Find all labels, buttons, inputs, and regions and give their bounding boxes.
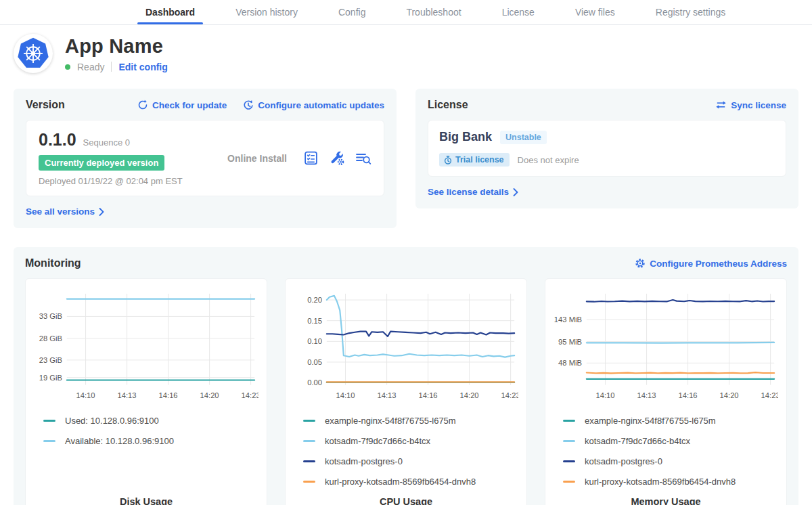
see-all-versions-link[interactable]: See all versions xyxy=(26,206,104,217)
legend-swatch xyxy=(303,420,315,422)
wrench-gear-icon xyxy=(329,150,345,166)
memory-usage-title: Memory Usage xyxy=(554,487,778,505)
svg-text:14:23: 14:23 xyxy=(242,391,258,399)
check-for-update-button[interactable]: Check for update xyxy=(137,100,227,110)
sync-icon xyxy=(715,100,727,110)
svg-text:23 GiB: 23 GiB xyxy=(39,356,62,364)
kubernetes-icon xyxy=(16,36,51,71)
license-panel: License Sync license Big Bank Unstable xyxy=(415,89,798,208)
legend-label: kotsadm-7f9dc7d66c-b4tcx xyxy=(325,436,430,446)
svg-text:14:10: 14:10 xyxy=(336,391,355,399)
sequence-label: Sequence 0 xyxy=(83,137,130,148)
svg-text:19 GiB: 19 GiB xyxy=(39,374,62,382)
legend-label: Used: 10.128.0.96:9100 xyxy=(65,416,159,426)
legend-item: kotsadm-7f9dc7d66c-b4tcx xyxy=(303,436,518,446)
tab-dashboard[interactable]: Dashboard xyxy=(125,0,215,24)
see-license-details-link[interactable]: See license details xyxy=(428,187,518,197)
svg-text:0.00: 0.00 xyxy=(307,378,322,387)
preflight-checks-button[interactable] xyxy=(303,150,319,166)
legend-item: Used: 10.128.0.96:9100 xyxy=(43,416,258,426)
configure-prometheus-button[interactable]: Configure Prometheus Address xyxy=(635,258,787,269)
monitoring-panel: Monitoring Configure Prometheus Address … xyxy=(14,247,798,505)
edit-config-link[interactable]: Edit config xyxy=(118,62,167,72)
license-details-card: Big Bank Unstable Trial license Does not… xyxy=(428,120,786,177)
legend-item: example-nginx-54f8f76755-l675m xyxy=(303,416,518,426)
logs-search-icon xyxy=(355,151,371,166)
legend-label: Available: 10.128.0.96:9100 xyxy=(65,436,174,446)
legend-swatch xyxy=(303,440,315,442)
legend-item: example-nginx-54f8f76755-l675m xyxy=(563,416,778,426)
svg-text:14:23: 14:23 xyxy=(501,391,518,399)
app-header: App Name Ready Edit config xyxy=(14,34,798,73)
tab-version-history[interactable]: Version history xyxy=(215,0,318,24)
status-text: Ready xyxy=(77,62,104,72)
license-type-badge: Trial license xyxy=(439,153,510,167)
version-heading: Version xyxy=(26,99,65,111)
legend-item: kotsadm-7f9dc7d66c-b4tcx xyxy=(563,436,778,446)
disk-usage-title: Disk Usage xyxy=(34,487,258,505)
svg-text:14:16: 14:16 xyxy=(679,391,698,399)
cpu-usage-card: 14:1014:1314:1614:2014:230.000.050.100.1… xyxy=(285,278,527,505)
customer-name: Big Bank xyxy=(439,130,492,144)
legend-item: Available: 10.128.0.96:9100 xyxy=(43,436,258,446)
svg-text:14:13: 14:13 xyxy=(378,391,397,399)
cpu-usage-title: CPU Usage xyxy=(294,487,518,505)
status-dot xyxy=(65,64,70,70)
svg-text:48 MiB: 48 MiB xyxy=(558,359,582,367)
monitoring-heading: Monitoring xyxy=(25,257,81,269)
svg-text:0.20: 0.20 xyxy=(307,296,322,304)
svg-text:0.10: 0.10 xyxy=(307,337,322,345)
configure-automatic-updates-button[interactable]: Configure automatic updates xyxy=(243,100,384,110)
svg-text:14:23: 14:23 xyxy=(761,391,778,399)
chevron-right-icon xyxy=(99,208,104,216)
deployed-badge: Currently deployed version xyxy=(39,155,164,171)
legend-swatch xyxy=(303,460,315,462)
schedule-icon xyxy=(243,100,254,110)
refresh-icon xyxy=(137,100,148,110)
legend-swatch xyxy=(563,481,575,483)
tab-config[interactable]: Config xyxy=(318,0,386,24)
svg-text:14:20: 14:20 xyxy=(720,391,739,399)
channel-badge: Unstable xyxy=(500,131,547,144)
legend-swatch xyxy=(563,440,575,442)
legend-label: example-nginx-54f8f76755-l675m xyxy=(325,416,456,426)
gear-icon xyxy=(635,258,646,269)
legend-item: kurl-proxy-kotsadm-8569fb6454-dnvh8 xyxy=(563,477,778,487)
tab-troubleshoot[interactable]: Troubleshoot xyxy=(386,0,481,24)
tab-license[interactable]: License xyxy=(482,0,555,24)
svg-text:14:20: 14:20 xyxy=(200,391,219,399)
view-logs-button[interactable] xyxy=(355,151,371,166)
sync-license-button[interactable]: Sync license xyxy=(715,100,786,110)
disk-usage-legend: Used: 10.128.0.96:9100Available: 10.128.… xyxy=(43,416,258,446)
legend-swatch xyxy=(303,481,315,483)
license-heading: License xyxy=(428,99,468,111)
memory-usage-chart: 14:1014:1314:1614:2014:2348 MiB95 MiB143… xyxy=(554,287,778,406)
svg-text:14:20: 14:20 xyxy=(460,391,479,399)
tab-view-files[interactable]: View files xyxy=(555,0,635,24)
edit-config-button[interactable] xyxy=(329,150,345,166)
svg-text:95 MiB: 95 MiB xyxy=(558,338,582,346)
chevron-right-icon xyxy=(513,188,518,196)
preflight-checklist-icon xyxy=(303,150,319,166)
legend-swatch xyxy=(563,420,575,422)
legend-item: kotsadm-postgres-0 xyxy=(563,456,778,466)
legend-label: kotsadm-7f9dc7d66c-b4tcx xyxy=(585,436,690,446)
legend-item: kotsadm-postgres-0 xyxy=(303,456,518,466)
tab-registry-settings[interactable]: Registry settings xyxy=(635,0,746,24)
legend-label: kurl-proxy-kotsadm-8569fb6454-dnvh8 xyxy=(585,477,736,487)
svg-text:14:16: 14:16 xyxy=(419,391,438,399)
disk-usage-card: 14:1014:1314:1614:2014:2319 GiB23 GiB28 … xyxy=(25,278,267,505)
legend-label: kurl-proxy-kotsadm-8569fb6454-dnvh8 xyxy=(325,477,476,487)
legend-label: kotsadm-postgres-0 xyxy=(585,456,662,466)
svg-text:14:13: 14:13 xyxy=(118,391,137,399)
svg-text:0.15: 0.15 xyxy=(307,317,322,325)
legend-swatch xyxy=(43,420,55,422)
svg-text:14:10: 14:10 xyxy=(596,391,615,399)
expiry-text: Does not expire xyxy=(518,155,579,165)
version-panel: Version Check for update xyxy=(14,89,397,228)
svg-text:14:10: 14:10 xyxy=(76,391,95,399)
cpu-usage-chart: 14:1014:1314:1614:2014:230.000.050.100.1… xyxy=(294,287,518,406)
legend-label: example-nginx-54f8f76755-l675m xyxy=(585,416,716,426)
legend-item: kurl-proxy-kotsadm-8569fb6454-dnvh8 xyxy=(303,477,518,487)
svg-text:28 GiB: 28 GiB xyxy=(39,334,62,343)
